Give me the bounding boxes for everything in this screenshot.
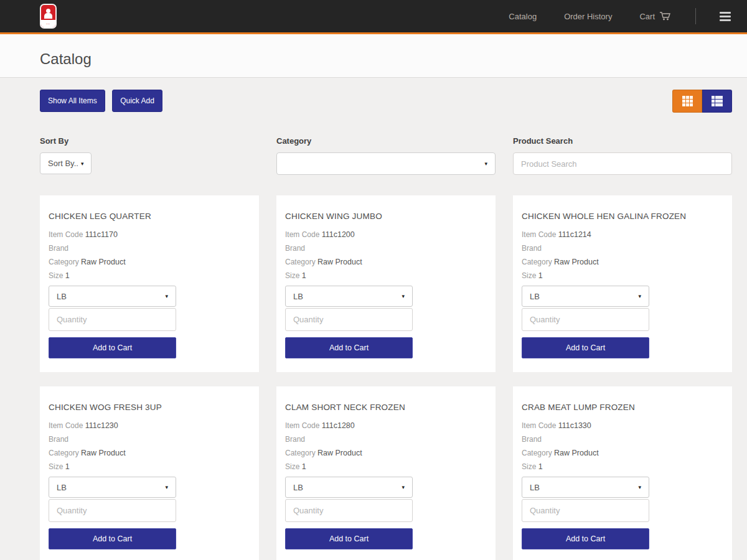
size-value: 1 (302, 462, 306, 471)
category-row: Category Raw Product (522, 258, 723, 266)
top-navbar: ··· Catalog Order History Cart (0, 0, 747, 34)
add-to-cart-button[interactable]: Add to Cart (522, 337, 649, 358)
size-value: 1 (302, 271, 306, 280)
category-value: Raw Product (81, 258, 126, 266)
category-label: Category (276, 136, 496, 146)
grid-view-icon (682, 96, 693, 106)
toolbar-buttons: Show All Items Quick Add (40, 90, 167, 112)
card-controls: LB ▾ Add to Cart (285, 477, 413, 549)
size-value: 1 (538, 462, 543, 471)
category-value: Raw Product (317, 449, 362, 457)
category-value: Raw Product (317, 258, 362, 266)
product-search-filter: Product Search (513, 136, 732, 175)
item-code-row: Item Code 111c1330 (522, 422, 723, 430)
card-controls: LB ▾ Add to Cart (522, 286, 649, 358)
size-label: Size (522, 271, 536, 280)
nav-item-order-history[interactable]: Order History (564, 6, 612, 27)
list-view-icon (712, 96, 723, 106)
logo-figure-body-icon (44, 13, 52, 19)
product-card: CHICKEN WOG FRESH 3UP Item Code 111c1230… (40, 386, 259, 560)
product-name: CHICKEN LEG QUARTER (49, 212, 250, 221)
category-value: Raw Product (554, 258, 599, 266)
product-card: CRAB MEAT LUMP FROZEN Item Code 111c1330… (513, 386, 732, 560)
add-to-cart-button[interactable]: Add to Cart (49, 528, 176, 549)
nav-item-catalog-label: Catalog (509, 12, 537, 21)
grid-view-button[interactable] (672, 90, 702, 113)
add-to-cart-button[interactable]: Add to Cart (49, 337, 176, 358)
card-controls: LB ▾ Add to Cart (49, 286, 176, 358)
size-row: Size 1 (49, 463, 250, 471)
quantity-input[interactable] (285, 308, 413, 331)
item-code-value: 111c1214 (558, 230, 591, 239)
product-card: CHICKEN WHOLE HEN GALINA FROZEN Item Cod… (513, 195, 732, 372)
quick-add-button[interactable]: Quick Add (112, 90, 162, 112)
unit-select[interactable]: LB ▾ (285, 286, 413, 307)
category-value: Raw Product (554, 449, 599, 457)
add-to-cart-button[interactable]: Add to Cart (522, 528, 649, 549)
category-row: Category Raw Product (49, 449, 250, 457)
item-code-row: Item Code 111c1170 (49, 231, 250, 239)
nav-item-catalog[interactable]: Catalog (509, 6, 537, 27)
item-code-label: Item Code (522, 230, 556, 239)
size-label: Size (49, 462, 63, 471)
size-label: Size (522, 462, 536, 471)
brand-label: Brand (285, 435, 305, 444)
size-row: Size 1 (49, 272, 250, 280)
product-card: CHICKEN WING JUMBO Item Code 111c1200 Br… (276, 195, 496, 372)
unit-select[interactable]: LB ▾ (522, 477, 649, 498)
card-controls: LB ▾ Add to Cart (285, 286, 413, 358)
product-search-input[interactable] (513, 152, 732, 175)
unit-select[interactable]: LB ▾ (522, 286, 649, 307)
unit-select[interactable]: LB ▾ (49, 286, 176, 307)
size-value: 1 (65, 462, 70, 471)
quantity-input[interactable] (522, 308, 649, 331)
menu-hamburger-icon[interactable] (718, 8, 732, 25)
item-code-label: Item Code (285, 230, 319, 239)
add-to-cart-button[interactable]: Add to Cart (285, 337, 413, 358)
unit-select-value: LB (293, 483, 303, 492)
brand-label: Brand (522, 244, 542, 253)
sort-by-filter: Sort By Sort By.. ▾ (40, 136, 259, 175)
item-code-label: Item Code (285, 421, 319, 430)
nav-item-cart-label: Cart (639, 12, 655, 21)
quantity-input[interactable] (49, 499, 176, 522)
item-code-value: 111c1330 (558, 421, 591, 430)
brand-logo[interactable]: ··· (40, 4, 57, 29)
size-value: 1 (65, 271, 70, 280)
caret-down-icon: ▾ (402, 293, 405, 299)
unit-select-value: LB (530, 483, 540, 492)
product-name: CRAB MEAT LUMP FROZEN (522, 403, 723, 412)
item-code-row: Item Code 111c1200 (285, 231, 487, 239)
brand-label: Brand (522, 435, 542, 444)
brand-row: Brand (49, 436, 250, 444)
sort-by-dropdown[interactable]: Sort By.. ▾ (40, 152, 92, 174)
unit-select[interactable]: LB ▾ (285, 477, 413, 498)
item-code-label: Item Code (49, 421, 83, 430)
item-code-label: Item Code (522, 421, 556, 430)
nav-item-cart[interactable]: Cart (639, 5, 672, 27)
category-label: Category (522, 258, 552, 266)
category-label: Category (285, 449, 316, 457)
product-name: CHICKEN WOG FRESH 3UP (49, 403, 250, 412)
item-code-row: Item Code 111c1280 (285, 422, 487, 430)
quantity-input[interactable] (285, 499, 413, 522)
size-row: Size 1 (285, 272, 487, 280)
quantity-input[interactable] (49, 308, 176, 331)
brand-row: Brand (49, 245, 250, 253)
unit-select[interactable]: LB ▾ (49, 477, 176, 498)
unit-select-value: LB (57, 292, 67, 301)
add-to-cart-button[interactable]: Add to Cart (285, 528, 413, 549)
list-view-button[interactable] (702, 90, 732, 113)
cart-icon (659, 11, 672, 21)
logo-base-text: ··· (41, 22, 55, 26)
size-row: Size 1 (285, 463, 487, 471)
unit-select-value: LB (57, 483, 67, 492)
show-all-items-button[interactable]: Show All Items (40, 90, 105, 112)
category-select[interactable]: ▾ (276, 152, 496, 175)
quantity-input[interactable] (522, 499, 649, 522)
size-label: Size (285, 271, 299, 280)
category-value: Raw Product (81, 449, 126, 457)
toolbar: Show All Items Quick Add (40, 90, 732, 113)
card-controls: LB ▾ Add to Cart (49, 477, 176, 549)
item-code-row: Item Code 111c1214 (522, 231, 723, 239)
